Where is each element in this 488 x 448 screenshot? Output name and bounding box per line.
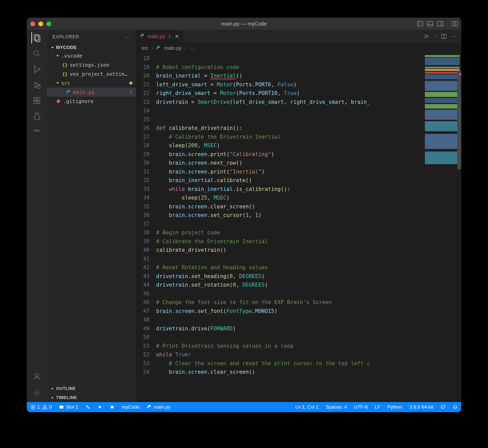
status-notifications[interactable] (449, 404, 461, 410)
breadcrumbs[interactable]: src › main.py › … (136, 43, 461, 53)
svg-rect-7 (455, 21, 457, 26)
svg-line-11 (38, 55, 40, 57)
chevron-right-icon: › (185, 45, 186, 51)
minimap-scrollbar[interactable] (457, 71, 461, 169)
svg-point-22 (35, 374, 38, 377)
svg-point-10 (34, 51, 39, 55)
folder-src[interactable]: src (47, 79, 136, 88)
status-bar: 1 0 Slot 1 myCode main.py Ln 1, Col 1 Sp… (27, 402, 461, 412)
run-file-icon[interactable] (424, 34, 429, 39)
line-number-gutter: 18 19 20 21 22 23 24 25 26 27 28 29 30 3… (136, 53, 154, 402)
status-build[interactable] (82, 405, 94, 410)
json-icon: {} (62, 62, 68, 68)
file-vex-project-settings[interactable]: {} vex_project_settin… (47, 69, 136, 79)
search-activity[interactable] (31, 48, 42, 59)
split-editor-icon[interactable] (441, 34, 447, 39)
status-play[interactable] (94, 405, 106, 410)
error-count: 1 (130, 90, 132, 95)
file-label: .gitignore (63, 98, 93, 104)
file-label: settings.json (70, 62, 109, 68)
slot-icon (59, 405, 64, 410)
svg-rect-18 (37, 97, 40, 100)
status-language[interactable]: Python (384, 404, 406, 410)
svg-rect-37 (111, 406, 113, 408)
dirty-indicator-icon (129, 82, 132, 85)
status-project[interactable]: myCode (118, 404, 143, 410)
vex-activity[interactable]: vEx (33, 129, 40, 132)
file-label: vex_project_settin… (70, 71, 128, 77)
svg-rect-20 (38, 101, 40, 104)
status-stop[interactable] (106, 405, 118, 410)
git-icon (56, 98, 61, 104)
accounts-activity[interactable] (31, 371, 42, 382)
close-window-button[interactable] (30, 21, 35, 26)
titlebar-layout-controls (417, 21, 458, 27)
settings-activity[interactable] (31, 387, 42, 399)
svg-marker-36 (99, 406, 102, 409)
tab-main-py[interactable]: main.py 1 ✕ (136, 30, 183, 43)
code-editor[interactable]: 18 19 20 21 22 23 24 25 26 27 28 29 30 3… (136, 53, 461, 402)
minimize-window-button[interactable] (38, 21, 43, 26)
feedback-icon (441, 405, 446, 410)
panel-right-icon[interactable] (437, 21, 443, 26)
editor-area: main.py 1 ✕ ··· src › main.py › … (136, 30, 461, 402)
json-icon: {} (62, 71, 68, 77)
window-title: main.py — myCode (27, 21, 461, 27)
python-icon (66, 89, 71, 95)
crumb-file[interactable]: main.py (164, 45, 182, 51)
svg-rect-33 (60, 406, 63, 409)
file-settings-json[interactable]: {} settings.json (47, 60, 136, 69)
svg-rect-4 (437, 21, 443, 26)
python-icon (140, 33, 145, 40)
svg-point-24 (68, 90, 68, 91)
titlebar: main.py — myCode (27, 18, 461, 30)
status-problems[interactable]: 1 0 (27, 404, 55, 410)
error-icon (30, 405, 35, 410)
warning-icon (42, 405, 47, 410)
testing-activity[interactable] (31, 111, 42, 122)
panel-bottom-icon[interactable] (427, 21, 433, 26)
file-gitignore[interactable]: .gitignore (47, 97, 136, 106)
panel-left-icon[interactable] (417, 21, 423, 26)
svg-rect-9 (36, 36, 40, 42)
workspace-root[interactable]: MYCODE (47, 44, 136, 51)
run-debug-activity[interactable] (31, 79, 42, 90)
window-controls (30, 21, 51, 26)
run-dropdown-icon[interactable] (433, 34, 437, 39)
status-cursor[interactable]: Ln 1, Col 1 (292, 404, 322, 410)
explorer-title: EXPLORER (53, 34, 79, 40)
crumb-src[interactable]: src (141, 45, 148, 51)
status-python-version[interactable]: 3.8.9 64-bit (406, 404, 437, 410)
activity-bar: vEx (27, 30, 47, 402)
tab-close-icon[interactable]: ✕ (175, 33, 179, 39)
folder-label: src (61, 80, 70, 86)
zoom-window-button[interactable] (46, 21, 51, 26)
editor-more-icon[interactable]: ··· (451, 33, 457, 40)
explorer-more-icon[interactable]: ··· (125, 34, 130, 40)
svg-rect-6 (452, 21, 454, 26)
status-slot[interactable]: Slot 1 (55, 404, 82, 410)
status-encoding[interactable]: UTF-8 (351, 404, 371, 410)
minimap[interactable] (423, 53, 461, 402)
crumb-rest[interactable]: … (189, 45, 194, 51)
status-file[interactable]: main.py (143, 404, 174, 410)
svg-point-12 (34, 66, 36, 68)
folder-label: .vscode (61, 53, 82, 59)
file-tree: .vscode {} settings.json {} vex_project_… (47, 51, 136, 106)
minimap-error-marker (459, 73, 461, 75)
chevron-right-icon: › (151, 45, 153, 51)
folder-vscode[interactable]: .vscode (47, 51, 136, 60)
status-feedback[interactable] (437, 404, 449, 410)
svg-marker-25 (425, 35, 428, 38)
outline-section[interactable]: OUTLINE (47, 384, 136, 393)
svg-rect-17 (34, 97, 37, 100)
code-content[interactable]: # Robot configuration code brain_inertia… (154, 53, 461, 402)
timeline-section[interactable]: TIMELINE (47, 393, 136, 402)
source-control-activity[interactable] (31, 64, 42, 75)
status-eol[interactable]: LF (371, 404, 384, 410)
status-indent[interactable]: Spaces: 4 (322, 404, 351, 410)
explorer-activity[interactable] (31, 32, 42, 43)
file-main-py[interactable]: main.py 1 (47, 88, 136, 97)
extensions-activity[interactable] (31, 95, 42, 106)
customize-layout-icon[interactable] (452, 21, 458, 26)
